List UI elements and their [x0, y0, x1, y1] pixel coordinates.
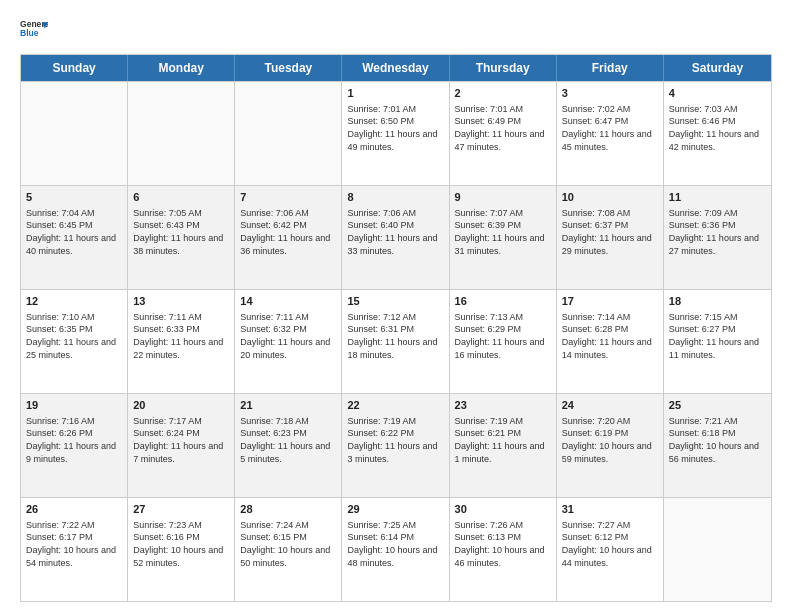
calendar-day-20: 20Sunrise: 7:17 AM Sunset: 6:24 PM Dayli…: [128, 394, 235, 497]
day-info: Sunrise: 7:08 AM Sunset: 6:37 PM Dayligh…: [562, 207, 658, 257]
day-info: Sunrise: 7:01 AM Sunset: 6:49 PM Dayligh…: [455, 103, 551, 153]
logo-icon: General Blue: [20, 16, 48, 44]
day-info: Sunrise: 7:23 AM Sunset: 6:16 PM Dayligh…: [133, 519, 229, 569]
day-number: 20: [133, 398, 229, 413]
calendar-day-29: 29Sunrise: 7:25 AM Sunset: 6:14 PM Dayli…: [342, 498, 449, 601]
day-number: 18: [669, 294, 766, 309]
day-info: Sunrise: 7:15 AM Sunset: 6:27 PM Dayligh…: [669, 311, 766, 361]
day-info: Sunrise: 7:05 AM Sunset: 6:43 PM Dayligh…: [133, 207, 229, 257]
day-info: Sunrise: 7:16 AM Sunset: 6:26 PM Dayligh…: [26, 415, 122, 465]
calendar-day-5: 5Sunrise: 7:04 AM Sunset: 6:45 PM Daylig…: [21, 186, 128, 289]
calendar-day-12: 12Sunrise: 7:10 AM Sunset: 6:35 PM Dayli…: [21, 290, 128, 393]
day-info: Sunrise: 7:19 AM Sunset: 6:22 PM Dayligh…: [347, 415, 443, 465]
calendar-week-4: 19Sunrise: 7:16 AM Sunset: 6:26 PM Dayli…: [21, 393, 771, 497]
day-number: 28: [240, 502, 336, 517]
calendar-body: 1Sunrise: 7:01 AM Sunset: 6:50 PM Daylig…: [21, 81, 771, 601]
day-info: Sunrise: 7:20 AM Sunset: 6:19 PM Dayligh…: [562, 415, 658, 465]
day-number: 27: [133, 502, 229, 517]
header-day-saturday: Saturday: [664, 55, 771, 81]
calendar-empty-cell: [235, 82, 342, 185]
header: General Blue: [20, 16, 772, 44]
page: General Blue SundayMondayTuesdayWednesda…: [0, 0, 792, 612]
calendar-day-26: 26Sunrise: 7:22 AM Sunset: 6:17 PM Dayli…: [21, 498, 128, 601]
day-info: Sunrise: 7:21 AM Sunset: 6:18 PM Dayligh…: [669, 415, 766, 465]
day-number: 9: [455, 190, 551, 205]
day-number: 3: [562, 86, 658, 101]
day-info: Sunrise: 7:03 AM Sunset: 6:46 PM Dayligh…: [669, 103, 766, 153]
header-day-wednesday: Wednesday: [342, 55, 449, 81]
calendar-day-10: 10Sunrise: 7:08 AM Sunset: 6:37 PM Dayli…: [557, 186, 664, 289]
day-number: 6: [133, 190, 229, 205]
day-number: 5: [26, 190, 122, 205]
calendar-day-13: 13Sunrise: 7:11 AM Sunset: 6:33 PM Dayli…: [128, 290, 235, 393]
svg-text:Blue: Blue: [20, 28, 39, 38]
day-number: 10: [562, 190, 658, 205]
calendar-week-3: 12Sunrise: 7:10 AM Sunset: 6:35 PM Dayli…: [21, 289, 771, 393]
calendar-empty-cell: [128, 82, 235, 185]
day-number: 12: [26, 294, 122, 309]
day-info: Sunrise: 7:06 AM Sunset: 6:42 PM Dayligh…: [240, 207, 336, 257]
day-number: 16: [455, 294, 551, 309]
header-day-thursday: Thursday: [450, 55, 557, 81]
calendar-day-30: 30Sunrise: 7:26 AM Sunset: 6:13 PM Dayli…: [450, 498, 557, 601]
day-info: Sunrise: 7:17 AM Sunset: 6:24 PM Dayligh…: [133, 415, 229, 465]
day-number: 1: [347, 86, 443, 101]
day-number: 17: [562, 294, 658, 309]
calendar-day-4: 4Sunrise: 7:03 AM Sunset: 6:46 PM Daylig…: [664, 82, 771, 185]
day-number: 13: [133, 294, 229, 309]
calendar-day-6: 6Sunrise: 7:05 AM Sunset: 6:43 PM Daylig…: [128, 186, 235, 289]
day-number: 26: [26, 502, 122, 517]
day-info: Sunrise: 7:26 AM Sunset: 6:13 PM Dayligh…: [455, 519, 551, 569]
calendar-day-19: 19Sunrise: 7:16 AM Sunset: 6:26 PM Dayli…: [21, 394, 128, 497]
day-info: Sunrise: 7:11 AM Sunset: 6:32 PM Dayligh…: [240, 311, 336, 361]
calendar-day-15: 15Sunrise: 7:12 AM Sunset: 6:31 PM Dayli…: [342, 290, 449, 393]
day-info: Sunrise: 7:18 AM Sunset: 6:23 PM Dayligh…: [240, 415, 336, 465]
calendar-day-2: 2Sunrise: 7:01 AM Sunset: 6:49 PM Daylig…: [450, 82, 557, 185]
calendar-day-28: 28Sunrise: 7:24 AM Sunset: 6:15 PM Dayli…: [235, 498, 342, 601]
day-number: 23: [455, 398, 551, 413]
calendar-week-1: 1Sunrise: 7:01 AM Sunset: 6:50 PM Daylig…: [21, 81, 771, 185]
day-info: Sunrise: 7:19 AM Sunset: 6:21 PM Dayligh…: [455, 415, 551, 465]
day-info: Sunrise: 7:04 AM Sunset: 6:45 PM Dayligh…: [26, 207, 122, 257]
day-info: Sunrise: 7:01 AM Sunset: 6:50 PM Dayligh…: [347, 103, 443, 153]
day-info: Sunrise: 7:07 AM Sunset: 6:39 PM Dayligh…: [455, 207, 551, 257]
calendar-day-22: 22Sunrise: 7:19 AM Sunset: 6:22 PM Dayli…: [342, 394, 449, 497]
calendar-day-3: 3Sunrise: 7:02 AM Sunset: 6:47 PM Daylig…: [557, 82, 664, 185]
calendar-day-18: 18Sunrise: 7:15 AM Sunset: 6:27 PM Dayli…: [664, 290, 771, 393]
day-number: 15: [347, 294, 443, 309]
day-info: Sunrise: 7:25 AM Sunset: 6:14 PM Dayligh…: [347, 519, 443, 569]
header-day-tuesday: Tuesday: [235, 55, 342, 81]
calendar: SundayMondayTuesdayWednesdayThursdayFrid…: [20, 54, 772, 602]
calendar-day-16: 16Sunrise: 7:13 AM Sunset: 6:29 PM Dayli…: [450, 290, 557, 393]
calendar-empty-cell: [21, 82, 128, 185]
day-info: Sunrise: 7:22 AM Sunset: 6:17 PM Dayligh…: [26, 519, 122, 569]
logo: General Blue: [20, 16, 48, 44]
day-number: 14: [240, 294, 336, 309]
calendar-day-7: 7Sunrise: 7:06 AM Sunset: 6:42 PM Daylig…: [235, 186, 342, 289]
day-info: Sunrise: 7:13 AM Sunset: 6:29 PM Dayligh…: [455, 311, 551, 361]
calendar-day-17: 17Sunrise: 7:14 AM Sunset: 6:28 PM Dayli…: [557, 290, 664, 393]
calendar-day-25: 25Sunrise: 7:21 AM Sunset: 6:18 PM Dayli…: [664, 394, 771, 497]
calendar-day-14: 14Sunrise: 7:11 AM Sunset: 6:32 PM Dayli…: [235, 290, 342, 393]
day-info: Sunrise: 7:11 AM Sunset: 6:33 PM Dayligh…: [133, 311, 229, 361]
calendar-day-24: 24Sunrise: 7:20 AM Sunset: 6:19 PM Dayli…: [557, 394, 664, 497]
header-day-friday: Friday: [557, 55, 664, 81]
day-number: 11: [669, 190, 766, 205]
calendar-day-11: 11Sunrise: 7:09 AM Sunset: 6:36 PM Dayli…: [664, 186, 771, 289]
day-number: 29: [347, 502, 443, 517]
day-number: 30: [455, 502, 551, 517]
day-info: Sunrise: 7:10 AM Sunset: 6:35 PM Dayligh…: [26, 311, 122, 361]
day-number: 2: [455, 86, 551, 101]
day-number: 24: [562, 398, 658, 413]
day-number: 4: [669, 86, 766, 101]
day-number: 25: [669, 398, 766, 413]
calendar-day-31: 31Sunrise: 7:27 AM Sunset: 6:12 PM Dayli…: [557, 498, 664, 601]
day-number: 21: [240, 398, 336, 413]
calendar-day-21: 21Sunrise: 7:18 AM Sunset: 6:23 PM Dayli…: [235, 394, 342, 497]
header-day-monday: Monday: [128, 55, 235, 81]
day-number: 31: [562, 502, 658, 517]
calendar-day-23: 23Sunrise: 7:19 AM Sunset: 6:21 PM Dayli…: [450, 394, 557, 497]
day-info: Sunrise: 7:24 AM Sunset: 6:15 PM Dayligh…: [240, 519, 336, 569]
calendar-day-9: 9Sunrise: 7:07 AM Sunset: 6:39 PM Daylig…: [450, 186, 557, 289]
calendar-day-1: 1Sunrise: 7:01 AM Sunset: 6:50 PM Daylig…: [342, 82, 449, 185]
